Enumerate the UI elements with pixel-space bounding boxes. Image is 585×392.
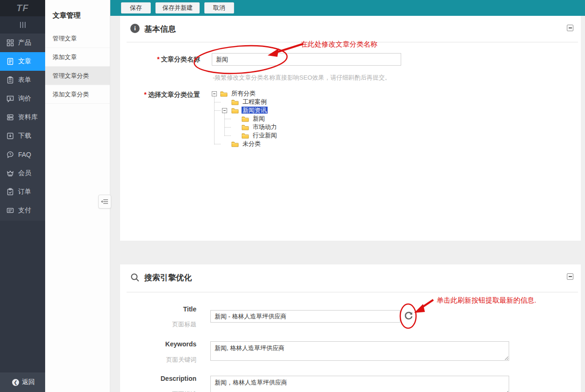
info-icon: i: [130, 24, 140, 33]
seo-keywords-label: Keywords: [120, 340, 196, 348]
folder-icon: [231, 108, 239, 114]
seo-title-sublabel: 页面标题: [120, 320, 196, 329]
sidebar-item-label: 资料库: [18, 113, 38, 122]
collapse-panel-icon[interactable]: [567, 25, 573, 31]
back-button[interactable]: ❮ 返回: [0, 372, 45, 392]
category-name-label: *文章分类名称: [130, 55, 200, 64]
folder-icon: [231, 141, 239, 147]
logo-text: TF: [16, 3, 28, 14]
divider: [127, 292, 578, 292]
seo-title-input[interactable]: [210, 310, 400, 323]
faq-icon: [6, 151, 14, 159]
members-icon: [6, 169, 14, 177]
submenu-item-add-article[interactable]: 添加文章: [45, 48, 110, 67]
tree-connector: [214, 144, 221, 144]
cancel-button[interactable]: 取消: [204, 2, 234, 14]
collapse-panel-icon[interactable]: [567, 273, 573, 280]
tree-connector: [214, 110, 221, 111]
tree-expander[interactable]: [212, 91, 217, 96]
folder-icon: [242, 116, 249, 122]
sidebar-item-payment[interactable]: 支付: [0, 201, 45, 220]
submenu-item-add-category[interactable]: 添加文章分类: [45, 85, 110, 104]
folder-icon: [220, 91, 228, 97]
divider: [127, 42, 578, 42]
logo[interactable]: TF: [0, 0, 45, 16]
save-button[interactable]: 保存: [121, 2, 151, 14]
seo-description-label: Description: [120, 375, 196, 382]
tree-node-market-power: 市场动力: [252, 123, 278, 131]
sidebar-item-faq[interactable]: FAQ: [0, 145, 45, 164]
orders-icon: [6, 188, 14, 196]
search-icon: [130, 273, 140, 284]
required-asterisk: *: [157, 55, 160, 63]
seo-title: 搜索引擎优化: [144, 272, 192, 283]
tree-connector: [224, 119, 231, 119]
tree-node-uncategorized: 未分类: [242, 140, 262, 148]
seo-description-textarea[interactable]: [210, 376, 509, 392]
tree-node-project-cases: 工程案例: [242, 98, 268, 106]
seo-keywords-textarea[interactable]: [210, 341, 509, 361]
sidebar-item-inquiry[interactable]: 询价: [0, 89, 45, 108]
sidebar-item-label: 订单: [18, 188, 31, 196]
articles-icon: [6, 58, 14, 66]
inquiry-icon: [6, 95, 14, 103]
sidebar-item-label: 会员: [18, 169, 31, 177]
refresh-title-button[interactable]: [403, 311, 414, 322]
sidebar-item-label: 文章: [18, 57, 31, 66]
library-icon: [6, 114, 14, 122]
tree-connector: [214, 102, 221, 102]
collapse-submenu-icon: [101, 198, 108, 205]
seo-keywords-sublabel: 页面关键词: [120, 356, 196, 364]
sidebar-item-label: FAQ: [18, 151, 31, 158]
folder-icon: [242, 124, 249, 130]
sidebar-item-label: 支付: [18, 206, 31, 215]
back-label: 返回: [22, 378, 35, 386]
basic-info-panel: i 基本信息 *文章分类名称 -频繁修改文章分类名称直接影响SEO效果，请仔细斟…: [120, 16, 581, 241]
seo-panel: 搜索引擎优化 Title 页面标题 Keywords 页面关键词 Descrip…: [120, 264, 581, 392]
submenu-item-manage-articles[interactable]: 管理文章: [45, 29, 110, 48]
category-name-input[interactable]: [212, 53, 401, 66]
primary-sidebar: TF 产品 文章 表单: [0, 0, 45, 392]
sidebar-item-label: 表单: [18, 76, 31, 84]
sidebar-item-orders[interactable]: 订单: [0, 182, 45, 201]
action-toolbar: 保存 保存并新建 取消: [110, 0, 585, 16]
sidebar-item-articles[interactable]: 文章: [0, 52, 45, 71]
seo-title-label: Title: [120, 305, 196, 313]
app-window: TF 产品 文章 表单: [0, 0, 585, 392]
folder-icon: [231, 99, 239, 105]
sidebar-item-library[interactable]: 资料库: [0, 108, 45, 127]
submenu-item-manage-categories[interactable]: 管理文章分类: [45, 67, 110, 85]
folder-icon: [242, 133, 249, 139]
sidebar-item-products[interactable]: 产品: [0, 34, 45, 52]
submenu-title: 文章管理: [45, 0, 110, 29]
sidebar-item-forms[interactable]: 表单: [0, 71, 45, 89]
tree-connector: [224, 127, 231, 128]
sidebar-item-members[interactable]: 会员: [0, 164, 45, 182]
tree-connector: [224, 112, 225, 136]
save-and-new-button[interactable]: 保存并新建: [155, 2, 200, 14]
category-name-hint: -频繁修改文章分类名称直接影响SEO效果，请仔细斟酌后再提交。: [213, 74, 391, 82]
sidebar-item-download[interactable]: 下载: [0, 127, 45, 145]
seo-description-sublabel: 页面描述: [120, 390, 196, 392]
download-icon: [6, 132, 14, 140]
basic-info-header: i 基本信息: [120, 16, 581, 42]
sidebar-item-label: 询价: [18, 95, 31, 103]
refresh-icon: [403, 311, 414, 321]
tree-expander[interactable]: [222, 108, 227, 113]
required-asterisk: *: [144, 91, 147, 98]
forms-icon: [6, 76, 14, 84]
primary-nav: 产品 文章 表单 询价: [0, 34, 45, 221]
collapse-submenu-button[interactable]: [98, 195, 111, 209]
tree-node-news: 新闻: [252, 115, 266, 123]
tree-node-all-categories: 所有分类: [230, 89, 256, 98]
sidebar-collapse-strip[interactable]: [0, 16, 45, 34]
menu-bars-icon: [20, 22, 26, 28]
basic-info-title: 基本信息: [144, 24, 176, 34]
sidebar-item-label: 下载: [18, 132, 31, 140]
tree-node-industry-news: 行业新闻: [252, 131, 278, 140]
tree-node-news-info: 新闻资讯: [242, 106, 268, 115]
back-icon: ❮: [12, 379, 19, 386]
products-grid-icon: [6, 39, 14, 47]
category-position-label: *选择文章分类位置: [130, 91, 200, 99]
sidebar-item-label: 产品: [18, 39, 31, 47]
